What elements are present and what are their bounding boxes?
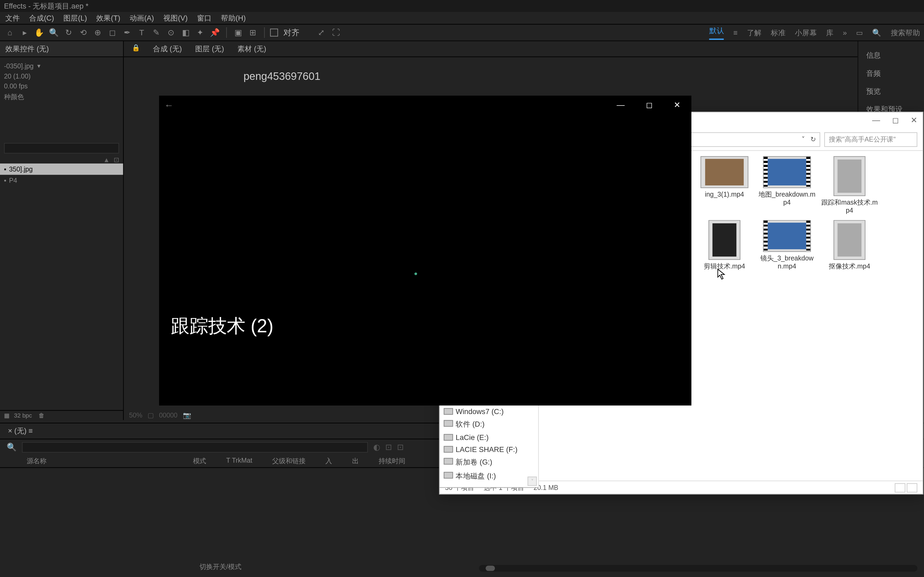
project-item-2[interactable]: ▪ P4 — [0, 175, 123, 186]
col-dur[interactable]: 持续时间 — [379, 456, 405, 466]
view-details-icon[interactable] — [895, 483, 906, 492]
project-flow-icon[interactable]: ⊡ — [114, 156, 119, 163]
player-maximize-icon[interactable]: ◻ — [641, 98, 658, 113]
search-icon[interactable]: 🔍 — [872, 28, 882, 37]
project-item-1[interactable]: ▪ 350].jpg — [0, 163, 123, 175]
puppet-tool-icon[interactable]: 📌 — [209, 27, 221, 39]
trash-icon[interactable]: 🗑 — [39, 412, 44, 419]
menu-effect[interactable]: 效果(T) — [96, 13, 120, 23]
align-checkbox[interactable] — [270, 29, 278, 37]
mesh-tool-icon[interactable]: ⊞ — [247, 27, 259, 39]
shape-tool-icon[interactable]: ◻ — [107, 27, 118, 39]
timeline-btn1-icon[interactable]: ◐ — [373, 443, 380, 452]
eraser-tool-icon[interactable]: ◧ — [180, 27, 192, 39]
tab-layer[interactable]: 图层 (无) — [195, 44, 224, 54]
viewer-camera-icon[interactable]: 📷 — [183, 411, 191, 419]
timeline-scrollbar[interactable] — [479, 565, 917, 572]
workspace-badge-icon[interactable]: ▭ — [856, 28, 863, 37]
file-item[interactable]: 镜头_3_breakdown.mp4 — [758, 220, 816, 271]
drive-item[interactable]: 软件 (D:) — [440, 417, 538, 431]
zoom-tool-icon[interactable]: 🔍 — [48, 27, 60, 39]
file-item[interactable]: 跟踪和mask技术.mp4 — [820, 156, 879, 215]
timeline-btn2-icon[interactable]: ⊡ — [385, 443, 392, 452]
search-help[interactable]: 搜索帮助 — [891, 27, 920, 37]
tree-scroll-down-icon[interactable]: ˅ — [528, 477, 537, 486]
col-trkmat[interactable]: T TrkMat — [226, 456, 252, 466]
home-icon[interactable]: ⌂ — [4, 27, 16, 39]
player-close-icon[interactable]: ✕ — [669, 98, 686, 113]
col-in[interactable]: 入 — [325, 456, 332, 466]
workspace-lib[interactable]: 库 — [826, 27, 834, 37]
tab-footage[interactable]: 素材 (无) — [237, 44, 266, 54]
drive-item[interactable]: 新加卷 (G:) — [440, 455, 538, 469]
proxy-icon[interactable]: ⛶ — [330, 27, 342, 39]
drive-item[interactable]: LACIE SHARE (F:) — [440, 443, 538, 456]
toggle-switches[interactable]: 切换开关/模式 — [199, 562, 241, 572]
menu-window[interactable]: 窗口 — [197, 13, 212, 23]
workspace-small[interactable]: 小屏幕 — [795, 27, 817, 37]
col-mode[interactable]: 模式 — [193, 456, 207, 466]
project-panel[interactable]: ▪ 350].jpg ▪ P4 — [0, 163, 123, 410]
viewer-res-icon[interactable]: ▢ — [148, 411, 153, 419]
drive-item[interactable]: Windows7 (C:) — [440, 406, 538, 417]
selection-tool-icon[interactable]: ▸ — [19, 27, 31, 39]
explorer-maximize-icon[interactable]: ◻ — [892, 116, 899, 125]
workspace-learn[interactable]: 了解 — [747, 27, 762, 37]
viewer-time[interactable]: 00000 — [159, 411, 178, 419]
explorer-minimize-icon[interactable]: — — [872, 116, 880, 125]
workspace-standard[interactable]: 标准 — [771, 27, 785, 37]
menu-view[interactable]: 视图(V) — [163, 13, 188, 23]
effect-controls-tab[interactable]: 效果控件 (无) — [0, 41, 123, 57]
type-tool-icon[interactable]: T — [136, 27, 148, 39]
player-minimize-icon[interactable]: — — [611, 98, 630, 113]
lock-icon[interactable]: 🔒 — [132, 44, 140, 54]
file-item[interactable]: 抠像技术.mp4 — [820, 220, 879, 271]
menu-file[interactable]: 文件 — [5, 13, 20, 23]
project-search[interactable] — [4, 143, 119, 153]
roto-tool-icon[interactable]: ✦ — [194, 27, 207, 39]
stamp-tool-icon[interactable]: ⊙ — [165, 27, 177, 39]
file-item[interactable]: 剪辑技术.mp4 — [695, 220, 754, 271]
col-parent[interactable]: 父级和链接 — [272, 456, 305, 466]
tab-composition[interactable]: 合成 (无) — [153, 44, 182, 54]
timeline-search-input[interactable] — [22, 442, 368, 453]
player-back-icon[interactable]: ← — [165, 100, 174, 110]
file-item[interactable]: ing_3(1).mp4 — [695, 156, 754, 215]
refresh-icon[interactable]: ↻ — [810, 136, 816, 143]
snap-icon[interactable]: ⤢ — [315, 27, 327, 39]
brush-tool-icon[interactable]: ✎ — [150, 27, 162, 39]
menu-help[interactable]: 帮助(H) — [221, 13, 246, 23]
footage-name[interactable]: -0350].jpg▼ — [4, 61, 119, 71]
drive-item[interactable]: 本地磁盘 (I:) — [440, 469, 538, 483]
workspace-default[interactable]: 默认 — [709, 26, 724, 40]
workspace-more-icon[interactable]: » — [843, 29, 847, 37]
timeline-tab[interactable]: × (无) ≡ — [8, 426, 33, 436]
pen-tool-icon[interactable]: ✒ — [121, 27, 133, 39]
menu-layer[interactable]: 图层(L) — [63, 13, 87, 23]
address-dropdown-icon[interactable]: ˅ — [801, 136, 805, 143]
viewer-zoom[interactable]: 50% — [129, 411, 142, 419]
mask-tool-icon[interactable]: ▣ — [232, 27, 244, 39]
orbit-tool-icon[interactable]: ↻ — [63, 27, 74, 39]
panel-audio[interactable]: 音频 — [864, 64, 919, 82]
menu-anim[interactable]: 动画(A) — [130, 13, 154, 23]
col-out[interactable]: 出 — [352, 456, 359, 466]
drive-item[interactable]: LaCie (E:) — [440, 431, 538, 443]
rotate-tool-icon[interactable]: ⟲ — [77, 27, 89, 39]
col-source[interactable]: 源名称 — [27, 457, 47, 464]
view-icons-icon[interactable] — [906, 483, 917, 492]
explorer-search[interactable]: 搜索"高高手AE公开课" — [824, 132, 917, 147]
bpc-label[interactable]: 32 bpc — [14, 412, 32, 419]
anchor-tool-icon[interactable]: ⊕ — [92, 27, 104, 39]
panel-preview[interactable]: 预览 — [864, 82, 919, 100]
panel-info[interactable]: 信息 — [864, 47, 919, 64]
timeline-btn3-icon[interactable]: ⊡ — [397, 443, 404, 452]
player-video-area[interactable]: 跟踪技术 (2) — [159, 114, 691, 406]
explorer-close-icon[interactable]: ✕ — [911, 116, 917, 125]
workspace-menu-icon[interactable]: ≡ — [733, 29, 738, 37]
project-sort-icon[interactable]: ▲ — [103, 156, 110, 163]
menu-comp[interactable]: 合成(C) — [29, 13, 54, 23]
timeline-search-icon[interactable]: 🔍 — [7, 443, 16, 452]
hand-tool-icon[interactable]: ✋ — [33, 27, 45, 39]
new-comp-icon[interactable]: ▦ — [4, 412, 10, 419]
